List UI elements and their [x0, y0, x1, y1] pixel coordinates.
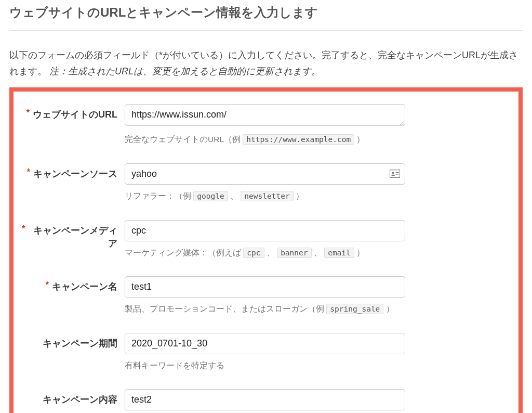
label-campaign-source: キャンペーンソース: [33, 167, 117, 180]
svg-rect-2: [396, 172, 399, 173]
svg-rect-3: [396, 174, 399, 175]
label-website-url: ウェブサイトのURL: [33, 108, 117, 121]
campaign-form-box: * ウェブサイトのURL https://www.issun.com/ 完全なウ…: [9, 87, 523, 413]
help-text: 有料キーワードを特定する: [125, 361, 224, 370]
help-code: cpc: [243, 248, 264, 258]
instruction-text: 以下のフォームの必須フィールド（*が付いている）に入力してください。完了すると、…: [9, 47, 523, 79]
help-text: 、: [264, 248, 277, 257]
label-campaign-medium: キャンペーンメディア: [28, 224, 117, 250]
required-mark: *: [27, 167, 30, 177]
campaign-source-input[interactable]: [125, 163, 405, 185]
help-term: 有料キーワードを特定する: [125, 359, 405, 371]
help-code: google: [193, 191, 228, 201]
help-code: https://www.example.com: [243, 134, 354, 145]
campaign-content-input[interactable]: [125, 389, 405, 410]
label-campaign-term: キャンペーン期間: [43, 337, 117, 350]
campaign-medium-input[interactable]: [125, 220, 405, 241]
label-col: * ウェブサイトのURL: [22, 104, 125, 121]
field-row-name: * キャンペーン名 製品、プロモーションコード、またはスローガン（例 sprin…: [22, 276, 510, 315]
help-code: spring_sale: [326, 304, 383, 314]
help-code: banner: [277, 248, 311, 258]
help-text: 完全なウェブサイトのURL（例: [125, 135, 243, 144]
website-url-input[interactable]: https://www.issun.com/: [125, 104, 405, 126]
label-col: キャンペーン内容: [22, 389, 125, 406]
help-text: リファラー：（例: [125, 191, 193, 200]
help-text: ）: [354, 135, 365, 144]
help-source: リファラー：（例 google 、 newsletter ）: [125, 190, 405, 202]
label-col: * キャンペーンメディア: [22, 220, 125, 250]
help-name: 製品、プロモーションコード、またはスローガン（例 spring_sale ）: [125, 303, 405, 315]
field-row-url: * ウェブサイトのURL https://www.issun.com/ 完全なウ…: [22, 104, 510, 146]
help-code: newsletter: [241, 191, 293, 201]
help-text: ）: [294, 191, 304, 200]
label-campaign-content: キャンペーン内容: [43, 393, 117, 406]
field-row-term: キャンペーン期間 有料キーワードを特定する: [22, 333, 510, 371]
help-text: 、: [312, 248, 325, 257]
label-col: キャンペーン期間: [22, 333, 125, 350]
required-mark: *: [26, 108, 30, 118]
required-mark: *: [46, 280, 49, 290]
help-text: 製品、プロモーションコード、またはスローガン（例: [125, 304, 326, 313]
campaign-term-input[interactable]: [125, 333, 405, 354]
instruction-note: 注：生成されたURLは、変更を加えると自動的に更新されます。: [49, 66, 321, 76]
page-title: ウェブサイトのURLとキャンペーン情報を入力します: [9, 4, 523, 31]
help-text: ）: [354, 248, 365, 257]
field-row-content: キャンペーン内容 広告を区別するために使用: [22, 389, 510, 413]
field-row-source: * キャンペーンソース リファラー：（例 google 、 newsletter…: [22, 163, 510, 202]
field-row-medium: * キャンペーンメディア マーケティング媒体：（例えば cpc 、 banner…: [22, 220, 510, 259]
label-col: * キャンペーンソース: [22, 163, 125, 180]
campaign-name-input[interactable]: [125, 276, 405, 298]
help-medium: マーケティング媒体：（例えば cpc 、 banner 、 email ）: [125, 247, 405, 259]
label-col: * キャンペーン名: [22, 276, 125, 293]
help-text: ）: [383, 304, 394, 313]
label-campaign-name: キャンペーン名: [52, 280, 117, 293]
help-text: 、: [228, 191, 241, 200]
help-url: 完全なウェブサイトのURL（例 https://www.example.com …: [125, 133, 405, 146]
contact-card-icon: [390, 170, 400, 178]
required-mark: *: [22, 224, 25, 234]
help-code: email: [324, 248, 354, 258]
help-text: マーケティング媒体：（例えば: [125, 248, 243, 257]
svg-point-1: [392, 172, 394, 174]
